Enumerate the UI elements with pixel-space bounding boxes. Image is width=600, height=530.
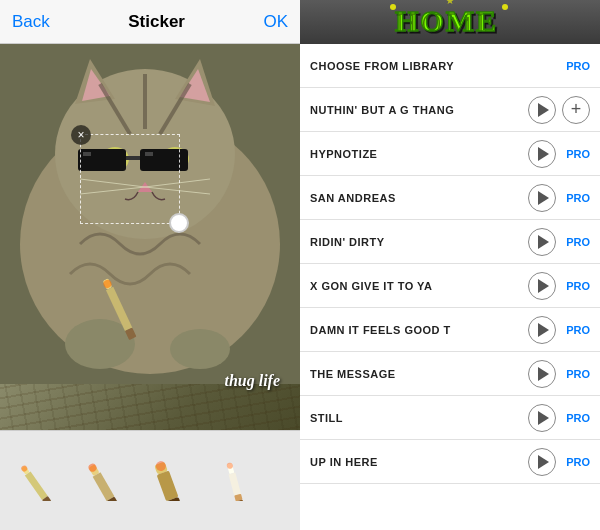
home-logo-svg: HoMe	[390, 0, 510, 39]
svg-rect-31	[25, 471, 48, 500]
svg-point-20	[170, 329, 230, 369]
play-triangle-icon	[538, 147, 549, 161]
play-triangle-icon	[538, 367, 549, 381]
play-button[interactable]	[528, 228, 556, 256]
sticker-item[interactable]	[75, 461, 125, 501]
pro-badge: PRO	[566, 368, 590, 380]
close-handle[interactable]: ×	[71, 125, 91, 145]
menu-item-label: NUTHIN' BUT A G THANG	[310, 104, 528, 116]
sticker-item[interactable]	[140, 461, 190, 501]
pro-badge: PRO	[566, 280, 590, 292]
svg-rect-43	[229, 472, 241, 495]
menu-item[interactable]: UP IN HEREPRO	[300, 440, 600, 484]
menu-item-label: SAN ANDREAS	[310, 192, 528, 204]
svg-text:HoMe: HoMe	[395, 4, 498, 37]
play-button[interactable]	[528, 140, 556, 168]
play-button[interactable]	[528, 184, 556, 212]
svg-rect-35	[93, 472, 115, 501]
right-header: HoMe	[300, 0, 600, 44]
svg-rect-39	[157, 470, 179, 500]
menu-item[interactable]: X GON GIVE IT TO YAPRO	[300, 264, 600, 308]
menu-list: CHOOSE FROM LIBRARYPRONUTHIN' BUT A G TH…	[300, 44, 600, 530]
play-triangle-icon	[538, 103, 549, 117]
menu-item-label: HYPNOTIZE	[310, 148, 528, 160]
menu-item[interactable]: THE MESSAGEPRO	[300, 352, 600, 396]
pro-badge: PRO	[566, 192, 590, 204]
play-button[interactable]	[528, 96, 556, 124]
menu-item-label: STILL	[310, 412, 528, 424]
pro-badge: PRO	[566, 60, 590, 72]
back-button[interactable]: Back	[12, 12, 50, 32]
pro-badge: PRO	[566, 412, 590, 424]
resize-handle[interactable]	[169, 213, 189, 233]
right-panel: HoMe CHOOSE FROM LIBRARYPRONUTHIN' BUT A…	[300, 0, 600, 530]
play-button[interactable]	[528, 448, 556, 476]
pro-badge: PRO	[566, 324, 590, 336]
svg-point-49	[502, 4, 508, 10]
sticker-bar	[0, 430, 300, 530]
nav-title: Sticker	[128, 12, 185, 32]
play-triangle-icon	[538, 279, 549, 293]
play-button[interactable]	[528, 272, 556, 300]
menu-item-label: CHOOSE FROM LIBRARY	[310, 60, 562, 72]
menu-item[interactable]: CHOOSE FROM LIBRARYPRO	[300, 44, 600, 88]
svg-point-29	[102, 279, 113, 290]
menu-item-label: RIDIN' DIRTY	[310, 236, 528, 248]
menu-item[interactable]: NUTHIN' BUT A G THANG+	[300, 88, 600, 132]
pro-badge: PRO	[566, 236, 590, 248]
menu-item-label: X GON GIVE IT TO YA	[310, 280, 528, 292]
svg-point-48	[390, 4, 396, 10]
menu-item-label: THE MESSAGE	[310, 368, 528, 380]
menu-item-label: UP IN HERE	[310, 456, 528, 468]
menu-item[interactable]: STILLPRO	[300, 396, 600, 440]
sticker-cigarette-svg	[205, 461, 255, 501]
sticker-blunt-svg	[140, 461, 190, 501]
thug-life-text: thug life	[224, 372, 280, 390]
sticker-item[interactable]	[10, 461, 60, 501]
play-triangle-icon	[538, 411, 549, 425]
pro-badge: PRO	[566, 456, 590, 468]
sticker-joint-medium-svg	[75, 461, 125, 501]
play-button[interactable]	[528, 404, 556, 432]
play-button[interactable]	[528, 360, 556, 388]
image-area: × thug life	[0, 44, 300, 430]
cat-image: × thug life	[0, 44, 300, 430]
left-panel: Back Sticker OK	[0, 0, 300, 530]
sticker-item[interactable]	[205, 461, 255, 501]
play-button[interactable]	[528, 316, 556, 344]
play-triangle-icon	[538, 455, 549, 469]
sticker-joint-thin-svg	[10, 461, 60, 501]
selection-box[interactable]: ×	[80, 134, 180, 224]
menu-item[interactable]: DAMN IT FEELS GOOD TPRO	[300, 308, 600, 352]
menu-item-label: DAMN IT FEELS GOOD T	[310, 324, 528, 336]
menu-item[interactable]: SAN ANDREASPRO	[300, 176, 600, 220]
home-logo: HoMe	[390, 0, 510, 46]
menu-item[interactable]: RIDIN' DIRTYPRO	[300, 220, 600, 264]
nav-bar: Back Sticker OK	[0, 0, 300, 44]
play-triangle-icon	[538, 235, 549, 249]
add-button[interactable]: +	[562, 96, 590, 124]
play-triangle-icon	[538, 323, 549, 337]
menu-item[interactable]: HYPNOTIZEPRO	[300, 132, 600, 176]
ok-button[interactable]: OK	[263, 12, 288, 32]
play-triangle-icon	[538, 191, 549, 205]
pro-badge: PRO	[566, 148, 590, 160]
